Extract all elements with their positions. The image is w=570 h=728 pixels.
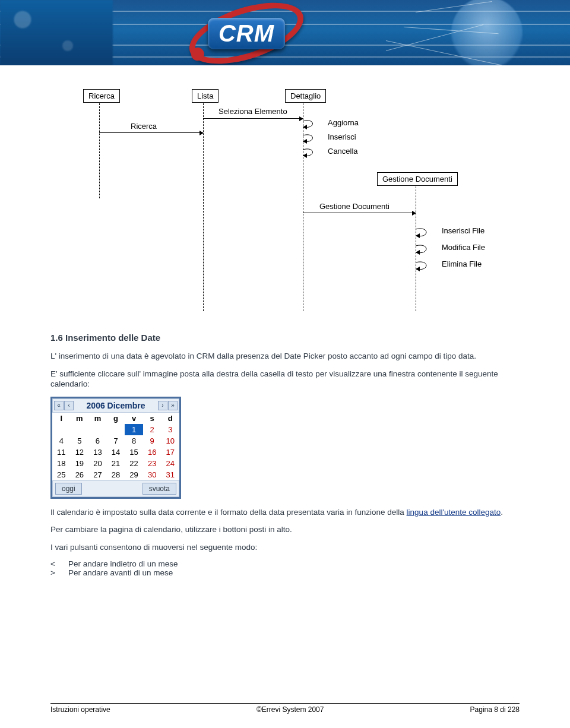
click-paragraph: E' sufficiente cliccare sull' immagine p… bbox=[50, 369, 520, 390]
calendar-day[interactable]: 12 bbox=[71, 447, 89, 458]
section-heading: 1.6 Inserimento delle Date bbox=[50, 333, 520, 343]
calendar-day[interactable]: 9 bbox=[143, 435, 162, 447]
calendar-weekday: g bbox=[107, 413, 125, 424]
msg-ricerca: Ricerca bbox=[131, 122, 157, 131]
svg-marker-0 bbox=[303, 125, 307, 129]
calendar-day[interactable]: 7 bbox=[107, 435, 125, 447]
calendar-day[interactable]: 13 bbox=[88, 447, 107, 458]
calendar-prev-button[interactable]: ‹ bbox=[64, 401, 74, 410]
diagram-box-ricerca: Ricerca bbox=[83, 89, 120, 103]
msg-inserisci-file: Inserisci File bbox=[442, 226, 484, 235]
language-link[interactable]: lingua dell'utente collegato bbox=[407, 508, 501, 517]
arrow-gestione-documenti bbox=[303, 213, 416, 213]
header-banner: CRM bbox=[0, 0, 570, 65]
calendar-day bbox=[71, 424, 89, 435]
diagram-box-dettaglio: Dettaglio bbox=[285, 89, 326, 103]
calendar-note-2: Per cambiare la pagina di calendario, ut… bbox=[50, 524, 520, 535]
msg-seleziona-elemento: Seleziona Elemento bbox=[218, 107, 287, 116]
calendar-day[interactable]: 31 bbox=[161, 469, 179, 480]
calendar-row: 45678910 bbox=[52, 435, 179, 447]
calendar-day[interactable]: 30 bbox=[143, 469, 162, 480]
calendar-day[interactable]: 15 bbox=[125, 447, 143, 458]
diagram-box-gestione-documenti: Gestione Documenti bbox=[377, 172, 458, 186]
calendar-footer: oggi svuota bbox=[52, 480, 179, 497]
forward-description: Per andare avanti di un mese bbox=[68, 568, 173, 577]
calendar-header: « ‹ 2006 Dicembre › » bbox=[52, 398, 179, 413]
svg-marker-3 bbox=[416, 233, 420, 238]
arrow-seleziona bbox=[203, 118, 303, 119]
calendar-day[interactable]: 1 bbox=[125, 424, 143, 435]
calendar-clear-button[interactable]: svuota bbox=[142, 483, 176, 495]
date-picker-calendar: « ‹ 2006 Dicembre › » lmmgvsd 1234567891… bbox=[50, 397, 181, 499]
calendar-day[interactable]: 19 bbox=[71, 458, 89, 469]
footer-left: Istruzioni operative bbox=[50, 705, 110, 714]
calendar-day[interactable]: 20 bbox=[88, 458, 107, 469]
calendar-day[interactable]: 14 bbox=[107, 447, 125, 458]
calendar-day[interactable]: 26 bbox=[71, 469, 89, 480]
calendar-day[interactable]: 25 bbox=[52, 469, 71, 480]
calendar-day[interactable]: 28 bbox=[107, 469, 125, 480]
calendar-day[interactable]: 8 bbox=[125, 435, 143, 447]
calendar-day[interactable]: 21 bbox=[107, 458, 125, 469]
calendar-day bbox=[52, 424, 71, 435]
calendar-body: 1234567891011121314151617181920212223242… bbox=[52, 424, 179, 480]
sequence-diagram: Ricerca Lista Dettaglio Seleziona Elemen… bbox=[48, 89, 528, 315]
msg-inserisci: Inserisci bbox=[328, 132, 356, 141]
calendar-day[interactable]: 3 bbox=[161, 424, 179, 435]
calendar-row: 25262728293031 bbox=[52, 469, 179, 480]
svg-marker-5 bbox=[416, 267, 420, 271]
document-body: 1.6 Inserimento delle Date L' inseriment… bbox=[50, 333, 520, 577]
svg-marker-4 bbox=[416, 250, 420, 255]
calendar-row: 18192021222324 bbox=[52, 458, 179, 469]
calendar-note-1: Il calendario è impostato sulla data cor… bbox=[50, 507, 520, 518]
calendar-today-button[interactable]: oggi bbox=[55, 483, 82, 495]
calendar-day[interactable]: 10 bbox=[161, 435, 179, 447]
calendar-day[interactable]: 24 bbox=[161, 458, 179, 469]
calendar-weekday: d bbox=[161, 413, 179, 424]
footer-center: ©Errevi System 2007 bbox=[256, 705, 324, 714]
calendar-day bbox=[88, 424, 107, 435]
calendar-weekday: s bbox=[143, 413, 162, 424]
arrow-ricerca bbox=[99, 132, 203, 133]
calendar-title: 2006 Dicembre bbox=[74, 401, 158, 410]
calendar-next-button[interactable]: › bbox=[158, 401, 167, 410]
calendar-day[interactable]: 29 bbox=[125, 469, 143, 480]
logo-text: CRM bbox=[208, 18, 285, 49]
banner-left-texture bbox=[0, 0, 113, 65]
calendar-day[interactable]: 23 bbox=[143, 458, 162, 469]
calendar-note-3: I vari pulsanti consentono di muoversi n… bbox=[50, 542, 520, 553]
navigation-symbols-list: < Per andare indietro di un mese > Per a… bbox=[50, 559, 520, 577]
calendar-day bbox=[107, 424, 125, 435]
msg-elimina-file: Elimina File bbox=[442, 259, 482, 268]
calendar-day[interactable]: 22 bbox=[125, 458, 143, 469]
calendar-day[interactable]: 17 bbox=[161, 447, 179, 458]
calendar-day[interactable]: 11 bbox=[52, 447, 71, 458]
calendar-row: 11121314151617 bbox=[52, 447, 179, 458]
footer-right: Pagina 8 di 228 bbox=[470, 705, 520, 714]
msg-modifica-file: Modifica File bbox=[442, 243, 485, 252]
calendar-day[interactable]: 16 bbox=[143, 447, 162, 458]
calendar-weekday: m bbox=[71, 413, 89, 424]
cal-note-1b: . bbox=[501, 508, 503, 517]
forward-symbol: > bbox=[50, 568, 68, 577]
calendar-first-button[interactable]: « bbox=[54, 401, 64, 410]
page-footer: Istruzioni operative ©Errevi System 2007… bbox=[50, 703, 520, 714]
calendar-day[interactable]: 5 bbox=[71, 435, 89, 447]
svg-marker-2 bbox=[303, 153, 307, 158]
calendar-last-button[interactable]: » bbox=[168, 401, 178, 410]
msg-aggiorna: Aggiorna bbox=[328, 118, 359, 127]
svg-marker-1 bbox=[303, 139, 307, 144]
calendar-day[interactable]: 6 bbox=[88, 435, 107, 447]
banner-right-graphic bbox=[404, 0, 558, 65]
calendar-weekday: v bbox=[125, 413, 143, 424]
cal-note-1a: Il calendario è impostato sulla data cor… bbox=[50, 508, 407, 517]
msg-cancella: Cancella bbox=[328, 147, 358, 156]
calendar-day[interactable]: 27 bbox=[88, 469, 107, 480]
calendar-day[interactable]: 2 bbox=[143, 424, 162, 435]
diagram-box-lista: Lista bbox=[192, 89, 218, 103]
back-description: Per andare indietro di un mese bbox=[68, 559, 178, 568]
calendar-weekday-row: lmmgvsd bbox=[52, 413, 179, 424]
self-arrows-gestione bbox=[416, 226, 441, 273]
calendar-day[interactable]: 18 bbox=[52, 458, 71, 469]
calendar-day[interactable]: 4 bbox=[52, 435, 71, 447]
